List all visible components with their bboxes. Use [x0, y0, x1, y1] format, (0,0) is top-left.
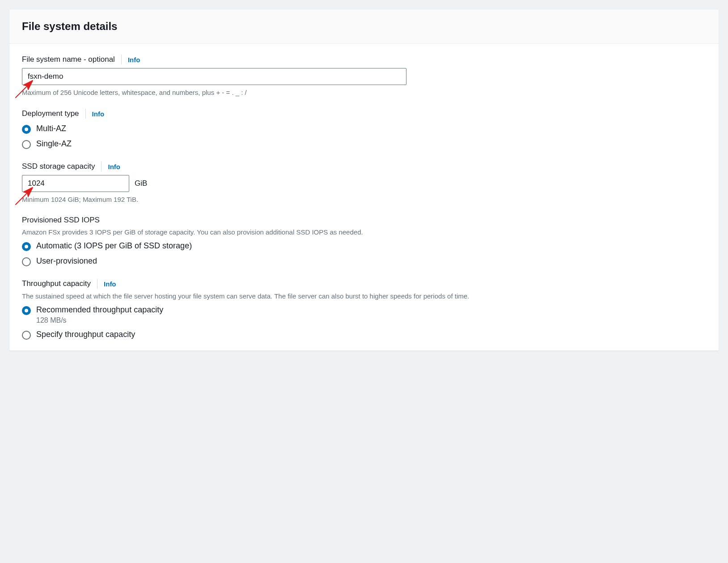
- file-system-name-group: File system name - optional Info Maximum…: [22, 55, 706, 96]
- radio-iops-user[interactable]: User-provisioned: [22, 256, 706, 266]
- divider: [121, 55, 122, 64]
- ssd-storage-label: SSD storage capacity: [22, 162, 95, 171]
- provisioned-iops-group: Provisioned SSD IOPS Amazon FSx provides…: [22, 216, 706, 266]
- radio-label-multi-az: Multi-AZ: [36, 124, 66, 133]
- ssd-storage-input[interactable]: [22, 175, 129, 192]
- divider: [97, 279, 97, 289]
- radio-selected-icon: [22, 125, 31, 134]
- ssd-input-row: GiB: [22, 175, 706, 192]
- throughput-label: Throughput capacity: [22, 279, 91, 288]
- radio-sublabel-recommended: 128 MB/s: [36, 316, 163, 324]
- radio-throughput-recommended[interactable]: Recommended throughput capacity 128 MB/s: [22, 305, 706, 324]
- label-row: Deployment type Info: [22, 109, 706, 119]
- label-row: File system name - optional Info: [22, 55, 706, 64]
- file-system-details-panel: File system details File system name - o…: [9, 9, 719, 351]
- label-row: Throughput capacity Info: [22, 279, 706, 289]
- provisioned-iops-radio-group: Automatic (3 IOPS per GiB of SSD storage…: [22, 241, 706, 266]
- label-row: Provisioned SSD IOPS: [22, 216, 706, 225]
- radio-iops-automatic[interactable]: Automatic (3 IOPS per GiB of SSD storage…: [22, 241, 706, 251]
- info-link-file-system-name[interactable]: Info: [128, 56, 140, 64]
- throughput-radio-group: Recommended throughput capacity 128 MB/s…: [22, 305, 706, 340]
- ssd-storage-help: Minimum 1024 GiB; Maximum 192 TiB.: [22, 196, 706, 203]
- radio-unselected-icon: [22, 257, 31, 266]
- radio-label-specify: Specify throughput capacity: [36, 330, 135, 339]
- info-link-throughput[interactable]: Info: [104, 280, 116, 288]
- label-row: SSD storage capacity Info: [22, 162, 706, 171]
- ssd-unit-label: GiB: [135, 179, 147, 188]
- provisioned-iops-label: Provisioned SSD IOPS: [22, 216, 100, 225]
- panel-title: File system details: [22, 20, 706, 33]
- radio-label-user: User-provisioned: [36, 256, 97, 266]
- panel-header: File system details: [9, 9, 719, 44]
- radio-single-az[interactable]: Single-AZ: [22, 139, 706, 149]
- radio-selected-icon: [22, 306, 31, 315]
- radio-label-single-az: Single-AZ: [36, 139, 72, 149]
- radio-multi-az[interactable]: Multi-AZ: [22, 124, 706, 134]
- radio-label-automatic: Automatic (3 IOPS per GiB of SSD storage…: [36, 241, 192, 251]
- file-system-name-label: File system name - optional: [22, 55, 115, 64]
- radio-selected-icon: [22, 242, 31, 251]
- file-system-name-input[interactable]: [22, 68, 406, 85]
- radio-label-recommended: Recommended throughput capacity: [36, 305, 163, 315]
- provisioned-iops-help: Amazon FSx provides 3 IOPS per GiB of st…: [22, 228, 706, 236]
- deployment-type-radio-group: Multi-AZ Single-AZ: [22, 124, 706, 149]
- deployment-type-group: Deployment type Info Multi-AZ Single-AZ: [22, 109, 706, 149]
- ssd-storage-group: SSD storage capacity Info GiB Minimum 10…: [22, 162, 706, 203]
- panel-body: File system name - optional Info Maximum…: [9, 44, 719, 350]
- radio-unselected-icon: [22, 331, 31, 340]
- radio-throughput-specify[interactable]: Specify throughput capacity: [22, 330, 706, 340]
- divider: [85, 109, 86, 119]
- throughput-group: Throughput capacity Info The sustained s…: [22, 279, 706, 340]
- info-link-deployment-type[interactable]: Info: [92, 110, 105, 118]
- file-system-name-help: Maximum of 256 Unicode letters, whitespa…: [22, 89, 706, 96]
- radio-unselected-icon: [22, 140, 31, 149]
- deployment-type-label: Deployment type: [22, 109, 79, 118]
- info-link-ssd-storage[interactable]: Info: [108, 163, 120, 171]
- divider: [101, 162, 102, 171]
- throughput-help: The sustained speed at which the file se…: [22, 292, 706, 300]
